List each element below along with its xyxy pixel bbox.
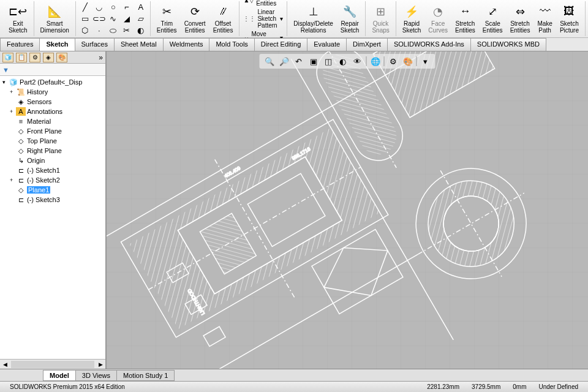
linear-pattern-button[interactable]: ⋮⋮ Linear Sketch Pattern ▾	[242, 8, 284, 29]
trim-icon: ✂	[159, 4, 174, 19]
zoom-area-icon[interactable]: 🔎	[278, 55, 290, 67]
face-curves-button[interactable]: ◔ FaceCurves	[424, 3, 451, 35]
tree-item-top-plane[interactable]: ◇Top Plane	[1, 136, 104, 146]
cmd-tab-solidworks-add-ins[interactable]: SOLIDWORKS Add-Ins	[387, 38, 471, 51]
text-tool-icon[interactable]: A	[134, 2, 148, 13]
trim-icon2[interactable]: ✂	[120, 25, 134, 36]
ellipse-tool-icon[interactable]: ⬭	[107, 25, 120, 36]
scroll-left-icon[interactable]: ◀	[0, 361, 10, 368]
quick-snaps-label: QuickSnaps	[372, 20, 389, 34]
tree-item-annotations[interactable]: +AAnnotations	[1, 107, 104, 116]
line-tool-icon[interactable]: ╱	[78, 2, 92, 13]
view-orientation-icon[interactable]: ◫	[322, 55, 334, 67]
cmd-tab-mold-tools[interactable]: Mold Tools	[209, 38, 254, 51]
tree-item-material-not-specified-[interactable]: ≡Material	[1, 116, 104, 126]
arc-tool-icon[interactable]: ◡	[92, 2, 106, 13]
circle-tool-icon[interactable]: ○	[107, 2, 120, 13]
misc-tool-icon[interactable]: ◐	[134, 25, 148, 36]
rectangle-tool-icon[interactable]: ▭	[78, 13, 92, 24]
tree-item-history[interactable]: +📜History	[1, 87, 104, 97]
tree-item-origin[interactable]: ↳Origin	[1, 156, 104, 165]
exit-sketch-button[interactable]: ⊏↩ ExitSketch	[5, 3, 31, 35]
sketch-tools-grid: ╱ ◡ ○ ▭ ⊂⊃ ∿ ⬡ · ⬭	[78, 2, 120, 36]
bottom-tab-model[interactable]: Model	[43, 370, 76, 381]
drawing-canvas: 406.409 988.1716 LIGHTHOOD	[107, 51, 588, 369]
filter-row: ▼	[0, 64, 105, 76]
smart-dimension-button[interactable]: 📐 SmartDimension	[37, 3, 73, 35]
dimxpert-tab-icon[interactable]: ◈	[43, 53, 54, 62]
separator2	[384, 56, 385, 66]
cmd-tab-surfaces[interactable]: Surfaces	[75, 38, 115, 51]
tree-item-sensors[interactable]: ◈Sensors	[1, 97, 104, 107]
tree-item-icon: ↳	[16, 156, 26, 165]
mirror-icon: ▲▽	[243, 0, 254, 4]
quick-snaps-button[interactable]: ⊞ QuickSnaps	[368, 3, 393, 35]
tree-item--sketch1[interactable]: ⊏(-) Sketch1	[1, 165, 104, 175]
repair-sketch-button[interactable]: 🔧 RepairSketch	[337, 3, 363, 35]
rapid-sketch-button[interactable]: ⚡ RapidSketch	[399, 3, 425, 35]
point-tool-icon[interactable]: ·	[92, 25, 106, 36]
hide-show-icon[interactable]: 👁	[352, 55, 364, 67]
property-manager-tab-icon[interactable]: 📋	[16, 53, 27, 62]
filter-icon[interactable]: ▼	[2, 66, 9, 74]
trim-entities-button[interactable]: ✂ TrimEntities	[153, 3, 181, 35]
graphics-viewport[interactable]: 🔍 🔎 ↶ ▣ ◫ ◐ 👁 🌐 ⚙ 🎨 ▾	[107, 51, 588, 369]
mirror-entities-button[interactable]: ▲▽ Mirror Entities	[242, 0, 284, 7]
tree-item-plane1[interactable]: ◇Plane1	[1, 185, 104, 195]
convert-entities-button[interactable]: ⟳ ConvertEntities	[181, 3, 209, 35]
scale-entities-button[interactable]: ⤢ ScaleEntities	[479, 3, 507, 35]
stretch-entities-2-button[interactable]: ⇔ StretchEntities	[507, 3, 534, 35]
offset-label: OffsetEntities	[213, 20, 233, 34]
polygon-tool-icon[interactable]: ⬡	[78, 25, 92, 36]
display-manager-tab-icon[interactable]: 🎨	[56, 53, 67, 62]
cmd-tab-sketch[interactable]: Sketch	[39, 38, 75, 51]
scroll-thumb[interactable]	[11, 361, 94, 368]
cmd-tab-solidworks-mbd[interactable]: SOLIDWORKS MBD	[470, 38, 546, 51]
chamfer-tool-icon[interactable]: ◢	[120, 13, 134, 24]
coord-z: 0mm	[513, 383, 526, 390]
bottom-tab-motion-study-1[interactable]: Motion Study 1	[116, 370, 175, 381]
apply-scene-icon[interactable]: 🌐	[369, 55, 382, 67]
cmd-tab-weldments[interactable]: Weldments	[163, 38, 210, 51]
rapid-label: RapidSketch	[402, 20, 421, 34]
spline-tool-icon[interactable]: ∿	[107, 13, 120, 24]
cmd-tab-dimxpert[interactable]: DimXpert	[346, 38, 388, 51]
cmd-tab-direct-editing[interactable]: Direct Editing	[254, 38, 307, 51]
sketch-status: Under Defined	[539, 383, 578, 390]
cmd-tab-features[interactable]: Features	[0, 38, 40, 51]
tree-item-icon: ⊏	[16, 166, 26, 175]
sketch-picture-button[interactable]: 🖼 SketchPicture	[556, 3, 582, 35]
config-manager-tab-icon[interactable]: ⚙	[29, 53, 40, 62]
fillet-tool-icon[interactable]: ⌐	[120, 2, 134, 13]
edit-appearance-icon[interactable]: 🎨	[402, 55, 414, 67]
tree-item-front-plane[interactable]: ◇Front Plane	[1, 126, 104, 136]
tree-item-right-plane[interactable]: ◇Right Plane	[1, 146, 104, 156]
make-path-button[interactable]: 〰 MakePath	[533, 3, 556, 35]
view-appearance-icon[interactable]: ▾	[420, 55, 432, 67]
main-area: 🧊 📋 ⚙ ◈ 🎨 » ▼ ▾🧊Part2 (Default<_Disp+📜Hi…	[0, 51, 588, 369]
bottom-tab-3d-views[interactable]: 3D Views	[75, 370, 117, 381]
tree-item--sketch2[interactable]: +⊏(-) Sketch2	[1, 175, 104, 185]
tree-hscrollbar[interactable]: ◀ ▶	[0, 359, 105, 369]
scroll-right-icon[interactable]: ▶	[96, 361, 105, 368]
display-style-icon[interactable]: ◐	[337, 55, 349, 67]
picture-icon: 🖼	[562, 4, 576, 19]
snaps-icon: ⊞	[374, 4, 388, 19]
feature-manager-panel: 🧊 📋 ⚙ ◈ 🎨 » ▼ ▾🧊Part2 (Default<_Disp+📜Hi…	[0, 51, 107, 369]
expand-panel-icon[interactable]: »	[99, 53, 103, 62]
cmd-tab-evaluate[interactable]: Evaluate	[307, 38, 347, 51]
feature-tree-tab-icon[interactable]: 🧊	[2, 53, 13, 62]
previous-view-icon[interactable]: ↶	[293, 55, 305, 67]
section-view-icon[interactable]: ▣	[307, 55, 320, 67]
stretch2-icon: ⇔	[513, 4, 527, 19]
offset-entities-button[interactable]: ⫽ OffsetEntities	[209, 3, 237, 35]
view-settings-icon[interactable]: ⚙	[387, 55, 399, 67]
display-delete-relations-button[interactable]: ⊥ Display/DeleteRelations	[290, 3, 336, 35]
tree-item--sketch3[interactable]: ⊏(-) Sketch3	[1, 195, 104, 205]
stretch-entities-button[interactable]: ↔ StretchEntities	[451, 3, 479, 35]
tree-root[interactable]: ▾🧊Part2 (Default<_Disp	[1, 77, 104, 87]
plane-tool-icon[interactable]: ▱	[134, 13, 148, 24]
zoom-fit-icon[interactable]: 🔍	[263, 55, 276, 67]
cmd-tab-sheet-metal[interactable]: Sheet Metal	[114, 38, 164, 51]
slot-tool-icon[interactable]: ⊂⊃	[92, 13, 106, 24]
